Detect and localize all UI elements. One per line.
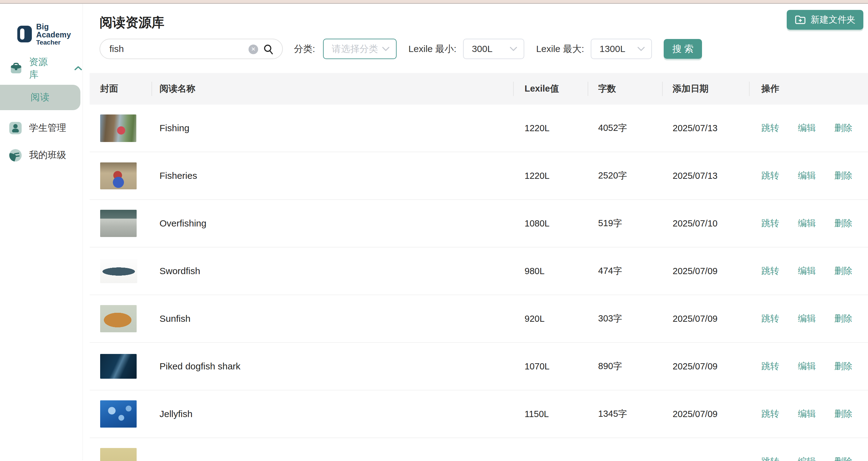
cover-thumbnail[interactable] xyxy=(100,210,136,237)
reading-title: Overfishing xyxy=(159,218,207,228)
column-header-lexile: Lexile值 xyxy=(513,83,588,95)
cover-thumbnail[interactable] xyxy=(100,305,136,332)
lexile-max-label: Lexile 最大: xyxy=(536,43,584,55)
logo-subtitle: Teacher xyxy=(36,39,83,46)
column-header-name: 阅读名称 xyxy=(152,83,513,95)
cover-thumbnail[interactable] xyxy=(100,114,136,142)
delete-link[interactable]: 删除 xyxy=(834,360,852,373)
word-count: 303字 xyxy=(598,313,622,323)
delete-link[interactable]: 删除 xyxy=(834,170,852,182)
sidebar-item-label: 阅读 xyxy=(31,91,50,104)
reading-title: Piked dogfish shark xyxy=(159,361,241,371)
table-row: Fisheries 1220L 2520字 2025/07/13 跳转 编辑 删… xyxy=(90,152,868,200)
delete-link[interactable]: 删除 xyxy=(834,265,852,277)
jump-link[interactable]: 跳转 xyxy=(762,122,779,134)
added-date: 2025/07/13 xyxy=(673,171,717,181)
cover-thumbnail[interactable] xyxy=(100,163,136,189)
sidebar-item-resource-library[interactable]: 资源库 xyxy=(10,60,83,77)
lexile-max-select[interactable]: 1300L xyxy=(591,39,652,59)
lexile-value: 1220L xyxy=(525,171,550,181)
added-date: 2025/07/09 xyxy=(673,362,717,371)
word-count: 1345字 xyxy=(598,409,627,419)
clear-search-icon[interactable]: ✕ xyxy=(249,45,258,54)
delete-link[interactable]: 删除 xyxy=(834,122,852,134)
reading-title: Fisheries xyxy=(159,171,197,181)
reading-title: Swordfish xyxy=(159,266,200,276)
lexile-value: 1070L xyxy=(525,362,550,371)
logo-icon xyxy=(17,26,32,42)
delete-link[interactable]: 删除 xyxy=(834,408,852,420)
jump-link[interactable]: 跳转 xyxy=(762,313,779,325)
lexile-min-label: Lexile 最小: xyxy=(408,43,456,55)
app-window: Big Academy Teacher 资源库 xyxy=(0,0,868,461)
jump-link[interactable]: 跳转 xyxy=(762,217,779,230)
delete-link[interactable]: 删除 xyxy=(834,217,852,230)
reading-title: Jellyfish xyxy=(159,409,193,419)
edit-link[interactable]: 编辑 xyxy=(798,217,816,230)
lexile-value: 980L xyxy=(525,266,545,276)
chevron-up-icon xyxy=(74,65,83,71)
added-date: 2025/07/09 xyxy=(673,266,717,276)
sidebar-item-reading-active[interactable]: 阅读 xyxy=(0,85,81,110)
sidebar-item-label: 学生管理 xyxy=(29,122,66,134)
column-header-words: 字数 xyxy=(588,83,662,95)
word-count: 474字 xyxy=(598,266,622,276)
briefcase-icon xyxy=(10,62,22,75)
word-count: 890字 xyxy=(598,361,622,371)
lexile-value: 1220L xyxy=(525,123,550,133)
page-title: 阅读资源库 xyxy=(99,14,868,31)
new-folder-button[interactable]: 新建文件夹 xyxy=(787,10,863,30)
chevron-down-icon xyxy=(509,47,518,51)
lexile-value: 920L xyxy=(525,314,545,324)
cover-thumbnail[interactable] xyxy=(100,400,136,428)
added-date: 2025/07/10 xyxy=(673,219,717,228)
lexile-min-select[interactable]: 300L xyxy=(463,39,524,59)
jump-link[interactable]: 跳转 xyxy=(762,455,779,461)
sidebar-item-my-classes[interactable]: 我的班级 xyxy=(9,146,83,165)
word-count: 4052字 xyxy=(598,123,627,133)
edit-link[interactable]: 编辑 xyxy=(798,408,816,420)
column-header-actions: 操作 xyxy=(749,83,868,95)
reading-table: 封面 阅读名称 Lexile值 字数 添加日期 操作 Fishing 1220L… xyxy=(90,73,868,461)
added-date: 2025/07/09 xyxy=(673,314,717,324)
search-button[interactable]: 搜 索 xyxy=(664,39,702,59)
new-folder-label: 新建文件夹 xyxy=(811,13,856,26)
table-row: Swordfish 980L 474字 2025/07/09 跳转 编辑 删除 xyxy=(90,248,868,295)
jump-link[interactable]: 跳转 xyxy=(762,360,779,373)
category-select[interactable]: 请选择分类 xyxy=(323,39,397,59)
cover-thumbnail[interactable] xyxy=(100,354,136,379)
jump-link[interactable]: 跳转 xyxy=(762,170,779,182)
app-logo: Big Academy Teacher xyxy=(17,23,83,46)
sidebar-item-student-management[interactable]: 学生管理 xyxy=(9,119,83,137)
edit-link[interactable]: 编辑 xyxy=(798,265,816,277)
table-header-row: 封面 阅读名称 Lexile值 字数 添加日期 操作 xyxy=(90,73,868,105)
lexile-value: 1150L xyxy=(525,409,549,419)
table-body: Fishing 1220L 4052字 2025/07/13 跳转 编辑 删除 … xyxy=(90,105,868,461)
table-row: Jellyfish 1150L 1345字 2025/07/09 跳转 编辑 删… xyxy=(90,391,868,438)
table-row: Fishing 1220L 4052字 2025/07/13 跳转 编辑 删除 xyxy=(90,105,868,152)
edit-link[interactable]: 编辑 xyxy=(798,455,816,461)
cover-thumbnail[interactable] xyxy=(100,448,136,461)
student-icon xyxy=(9,122,22,134)
search-input[interactable] xyxy=(110,44,245,54)
table-row: Piked dogfish shark 1070L 890字 2025/07/0… xyxy=(90,343,868,391)
lexile-min-value: 300L xyxy=(472,44,492,54)
search-box: ✕ xyxy=(99,39,283,59)
delete-link[interactable]: 删除 xyxy=(834,455,852,461)
edit-link[interactable]: 编辑 xyxy=(798,122,816,134)
cover-thumbnail[interactable] xyxy=(100,259,137,283)
delete-link[interactable]: 删除 xyxy=(834,313,852,325)
jump-link[interactable]: 跳转 xyxy=(762,265,779,277)
search-icon[interactable] xyxy=(263,44,274,55)
added-date: 2025/07/13 xyxy=(673,123,717,133)
column-header-date: 添加日期 xyxy=(662,83,749,95)
edit-link[interactable]: 编辑 xyxy=(798,313,816,325)
jump-link[interactable]: 跳转 xyxy=(762,408,779,420)
edit-link[interactable]: 编辑 xyxy=(798,360,816,373)
category-label: 分类: xyxy=(294,43,315,55)
word-count: 519字 xyxy=(598,218,622,228)
browser-edge-strip xyxy=(0,0,868,4)
edit-link[interactable]: 编辑 xyxy=(798,170,816,182)
added-date: 2025/07/09 xyxy=(673,409,717,419)
table-row: 跳转 编辑 删除 xyxy=(90,438,868,461)
